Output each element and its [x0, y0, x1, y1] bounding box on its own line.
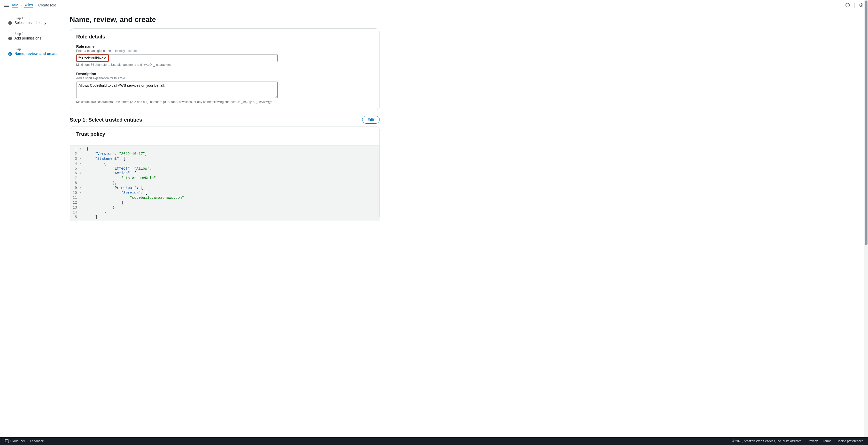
- role-name-constraints: Maximum 64 characters. Use alphanumeric …: [76, 63, 373, 67]
- role-name-group: Role name Enter a meaningful name to ide…: [76, 44, 373, 67]
- terms-link[interactable]: Terms: [823, 439, 831, 443]
- description-constraints: Maximum 1000 characters. Use letters (A-…: [76, 100, 373, 104]
- breadcrumb-current: Create role: [38, 3, 56, 7]
- divider: [854, 3, 855, 8]
- step-dot-icon: [8, 37, 12, 40]
- role-name-input[interactable]: [76, 54, 278, 62]
- step-2[interactable]: Step 2 Add permissions: [8, 32, 59, 40]
- trust-policy-panel: Trust policy 1 ▾ 2 3 ▾ 4 ▾ 5 6 ▾ 7 8 9 ▾…: [70, 126, 380, 221]
- breadcrumb-iam[interactable]: IAM: [12, 3, 18, 7]
- content: Name, review, and create Role details Ro…: [65, 10, 390, 437]
- edit-button[interactable]: Edit: [362, 116, 380, 124]
- svg-point-3: [861, 5, 862, 6]
- panel-title: Role details: [76, 34, 373, 40]
- description-group: Description Add a short explanation for …: [76, 72, 373, 104]
- page-scrollbar[interactable]: [864, 0, 868, 445]
- step-label: Select trusted entity: [14, 21, 59, 25]
- step-1[interactable]: Step 1 Select trusted entity: [8, 16, 59, 25]
- step-dot-icon: [8, 21, 12, 25]
- code-body[interactable]: { "Version": "2012-10-17", "Statement": …: [84, 145, 379, 221]
- hamburger-icon[interactable]: [4, 3, 9, 8]
- page-scrollbar-thumb[interactable]: [865, 1, 867, 245]
- wizard-stepper: Step 1 Select trusted entity Step 2 Add …: [0, 10, 65, 437]
- footer: >_ CloudShell Feedback © 2025, Amazon We…: [0, 437, 868, 445]
- panel-title: Trust policy: [76, 131, 373, 141]
- topbar: IAM › Roles › Create role: [0, 0, 868, 10]
- step-label: Add permissions: [14, 36, 59, 40]
- description-desc: Add a short explanation for this role.: [76, 76, 373, 80]
- breadcrumb-roles[interactable]: Roles: [24, 3, 33, 7]
- step-dot-icon: [8, 52, 12, 56]
- code-gutter: 1 ▾ 2 3 ▾ 4 ▾ 5 6 ▾ 7 8 9 ▾ 10 ▾ 11 12 1…: [70, 145, 84, 221]
- svg-marker-2: [860, 3, 863, 7]
- role-name-label: Role name: [76, 44, 373, 48]
- chevron-right-icon: ›: [21, 3, 22, 7]
- step1-section-title: Step 1: Select trusted entities: [70, 117, 142, 123]
- description-label: Description: [76, 72, 373, 76]
- feedback-link[interactable]: Feedback: [30, 439, 44, 443]
- trust-policy-code[interactable]: 1 ▾ 2 3 ▾ 4 ▾ 5 6 ▾ 7 8 9 ▾ 10 ▾ 11 12 1…: [70, 145, 379, 221]
- cookie-preferences-link[interactable]: Cookie preferences: [836, 439, 863, 443]
- cloudshell-icon: >_: [5, 439, 9, 443]
- privacy-link[interactable]: Privacy: [808, 439, 817, 443]
- step-num: Step 1: [14, 16, 59, 20]
- page-title: Name, review, and create: [70, 15, 380, 24]
- step-num: Step 2: [14, 32, 59, 36]
- breadcrumb: IAM › Roles › Create role: [12, 3, 56, 7]
- description-textarea[interactable]: [76, 81, 278, 98]
- help-icon[interactable]: [845, 3, 850, 8]
- role-name-desc: Enter a meaningful name to identify this…: [76, 49, 373, 53]
- chevron-right-icon: ›: [35, 3, 36, 7]
- step-num: Step 3: [14, 47, 59, 51]
- step1-section-header: Step 1: Select trusted entities Edit: [70, 116, 380, 124]
- settings-hexagon-icon[interactable]: [859, 3, 864, 8]
- step-label: Name, review, and create: [14, 52, 59, 56]
- copyright: © 2025, Amazon Web Services, Inc. or its…: [732, 439, 802, 443]
- step-3[interactable]: Step 3 Name, review, and create: [8, 47, 59, 56]
- cloudshell-label: CloudShell: [10, 439, 25, 443]
- cloudshell-button[interactable]: >_ CloudShell: [5, 439, 25, 443]
- role-details-panel: Role details Role name Enter a meaningfu…: [70, 28, 380, 110]
